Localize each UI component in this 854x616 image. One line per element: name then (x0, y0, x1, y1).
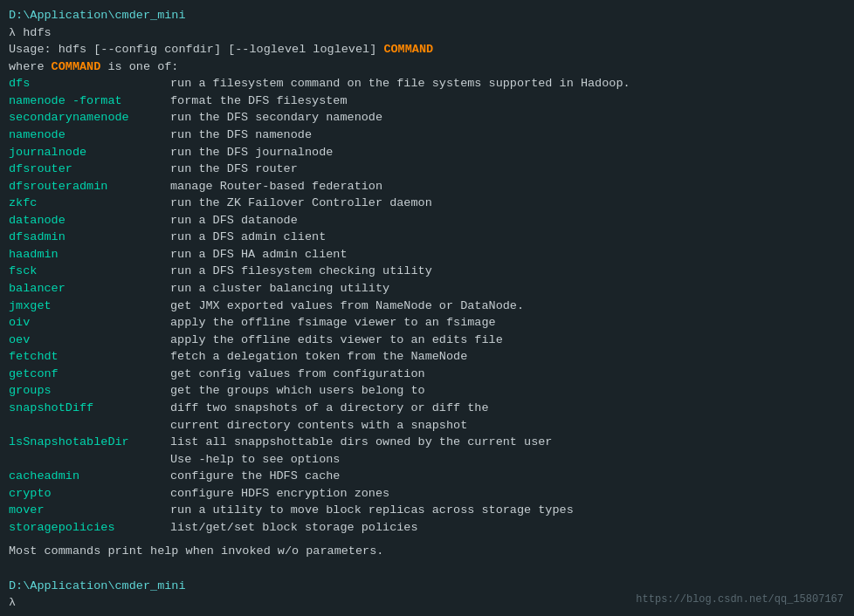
cmd-name: dfsrouteradmin (9, 178, 170, 195)
cmd-desc: run the DFS secondary namenode (170, 109, 382, 127)
cmd-desc: fetch a delegation token from the NameNo… (170, 348, 467, 366)
command-highlight: COMMAND (383, 43, 433, 56)
commands-list: dfsrun a filesystem command on the file … (9, 75, 845, 536)
cmd-desc: apply the offline edits viewer to an edi… (170, 332, 503, 349)
cmd-desc: run the DFS router (170, 161, 298, 178)
cmd-desc: get the groups which users belong to (170, 382, 425, 400)
list-item: journalnoderun the DFS journalnode (9, 144, 845, 161)
blank-line (9, 560, 845, 578)
command-highlight-2: COMMAND (52, 60, 101, 73)
cmd-name: groups (9, 382, 170, 400)
list-item: secondarynamenoderun the DFS secondary n… (9, 109, 845, 127)
path-line-2: D:\Application\cmder_mini (9, 578, 845, 595)
cmd-name (9, 417, 170, 435)
cmd-desc: run a utility to move block replicas acr… (170, 502, 574, 519)
list-item: namenoderun the DFS namenode (9, 127, 845, 144)
cmd-name: zkfc (9, 195, 170, 212)
cmd-desc: configure HDFS encryption zones (170, 485, 389, 503)
cmd-desc: format the DFS filesystem (170, 92, 348, 110)
cmd-name: datanode (9, 212, 170, 229)
where-text: where (9, 60, 52, 73)
list-item: lsSnapshotableDirlist all snappshottable… (9, 434, 845, 451)
list-item: balancerrun a cluster balancing utility (9, 280, 845, 298)
cmd-name: cacheadmin (9, 468, 170, 485)
list-item: oevapply the offline edits viewer to an … (9, 332, 845, 349)
path-line-1: D:\Application\cmder_mini (9, 7, 845, 24)
cmd-desc: diff two snapshots of a directory or dif… (170, 400, 489, 417)
terminal-window: D:\Application\cmder_mini λ hdfs Usage: … (0, 0, 854, 616)
list-item: current directory contents with a snapsh… (9, 417, 845, 435)
cmd-name: fetchdt (9, 348, 170, 366)
note-text: Most commands print help when invoked w/… (9, 544, 383, 558)
cmd-name: namenode (9, 127, 170, 144)
list-item: storagepolicieslist/get/set block storag… (9, 519, 845, 537)
list-item: groupsget the groups which users belong … (9, 382, 845, 400)
path-1: D:\Application\cmder_mini (9, 9, 186, 22)
list-item: datanoderun a DFS datanode (9, 212, 845, 229)
cmd-name: dfsadmin (9, 229, 170, 246)
usage-text: Usage: hdfs [--config confdir] [--loglev… (9, 43, 383, 56)
cmd-desc: run a DFS admin client (170, 229, 326, 246)
list-item: oivapply the offline fsimage viewer to a… (9, 314, 845, 332)
cmd-desc: run the ZK Failover Controller daemon (170, 195, 432, 212)
cmd-name: mover (9, 502, 170, 519)
cmd-desc: run the DFS namenode (170, 127, 312, 144)
cmd-name: dfs (9, 75, 170, 92)
cmd-name (9, 451, 170, 469)
cmd-name: getconf (9, 366, 170, 383)
cmd-desc: run a DFS datanode (170, 212, 298, 229)
cmd-name: lsSnapshotableDir (9, 434, 170, 451)
list-item: jmxgetget JMX exported values from NameN… (9, 298, 845, 315)
cmd-desc: apply the offline fsimage viewer to an f… (170, 314, 496, 332)
cmd-desc: run a cluster balancing utility (170, 280, 389, 298)
lambda-2: λ (9, 596, 16, 609)
cmd-name: balancer (9, 280, 170, 298)
where-line: where COMMAND is one of: (9, 58, 845, 76)
cmd-name: haadmin (9, 246, 170, 264)
cmd-name: snapshotDiff (9, 400, 170, 417)
list-item: namenode -formatformat the DFS filesyste… (9, 92, 845, 110)
path-2: D:\Application\cmder_mini (9, 579, 186, 592)
cmd-desc: list all snappshottable dirs owned by th… (170, 434, 552, 451)
cmd-desc: configure the HDFS cache (170, 468, 340, 485)
cmd-desc: list/get/set block storage policies (170, 519, 418, 537)
cmd-name: oiv (9, 314, 170, 332)
cmd-name: fsck (9, 263, 170, 280)
list-item: dfsrouteradminmanage Router-based federa… (9, 178, 845, 195)
cmd-desc: run a DFS filesystem checking utility (170, 263, 432, 280)
cmd-desc: get JMX exported values from NameNode or… (170, 298, 524, 315)
list-item: snapshotDiffdiff two snapshots of a dire… (9, 400, 845, 417)
prompt-line-1: λ hdfs (9, 24, 845, 42)
list-item: fsckrun a DFS filesystem checking utilit… (9, 263, 845, 280)
cmd-desc: run the DFS journalnode (170, 144, 333, 161)
cmd-name: storagepolicies (9, 519, 170, 537)
cmd-desc: get config values from configuration (170, 366, 425, 383)
hdfs-command: hdfs (23, 26, 51, 39)
cmd-name: namenode -format (9, 92, 170, 110)
list-item: dfsadminrun a DFS admin client (9, 229, 845, 246)
cmd-name: oev (9, 332, 170, 349)
lambda-1: λ (9, 26, 16, 39)
list-item: Use -help to see options (9, 451, 845, 469)
cmd-name: secondarynamenode (9, 109, 170, 127)
cmd-name: journalnode (9, 144, 170, 161)
cmd-desc: current directory contents with a snapsh… (170, 417, 467, 435)
list-item: haadminrun a DFS HA admin client (9, 246, 845, 264)
cmd-desc: Use -help to see options (170, 451, 340, 469)
cmd-desc: run a filesystem command on the file sys… (170, 75, 630, 92)
usage-line: Usage: hdfs [--config confdir] [--loglev… (9, 41, 845, 58)
cmd-name: dfsrouter (9, 161, 170, 178)
note-line: Most commands print help when invoked w/… (9, 543, 845, 560)
list-item: dfsrouterrun the DFS router (9, 161, 845, 178)
cmd-name: jmxget (9, 298, 170, 315)
list-item: dfsrun a filesystem command on the file … (9, 75, 845, 92)
cmd-name: crypto (9, 485, 170, 503)
where-rest: is one of: (100, 60, 178, 73)
list-item: getconfget config values from configurat… (9, 366, 845, 383)
cmd-desc: run a DFS HA admin client (170, 246, 348, 264)
list-item: fetchdtfetch a delegation token from the… (9, 348, 845, 366)
watermark-text: https://blog.csdn.net/qq_15807167 (636, 593, 844, 606)
list-item: cryptoconfigure HDFS encryption zones (9, 485, 845, 503)
list-item: zkfcrun the ZK Failover Controller daemo… (9, 195, 845, 212)
list-item: moverrun a utility to move block replica… (9, 502, 845, 519)
